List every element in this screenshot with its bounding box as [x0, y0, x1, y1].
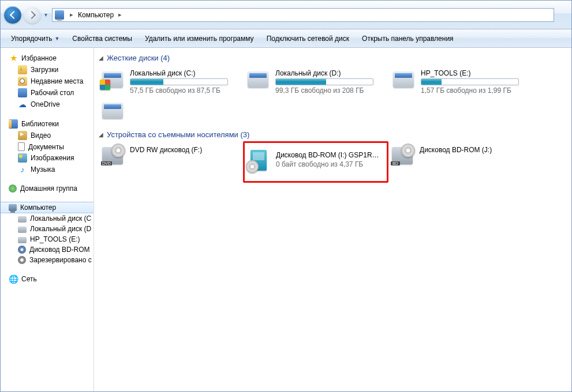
sidebar-item-drive[interactable]: Дисковод BD-ROM: [1, 244, 94, 255]
nav-computer-header[interactable]: Компьютер: [1, 202, 94, 213]
sidebar-item-drive[interactable]: HP_TOOLS (E:): [1, 234, 94, 244]
drive-name: Дисковод BD-ROM (I:) GSP1RMCULXFRER_RU_D…: [276, 151, 383, 159]
mapdrive-label: Подключить сетевой диск: [267, 35, 349, 43]
sidebar-item-library[interactable]: Видео: [1, 130, 94, 141]
nav-libraries-header[interactable]: Библиотеки: [1, 118, 94, 130]
optical-drive-icon: [102, 145, 125, 165]
optical-drive-icon: [248, 150, 271, 171]
sidebar-item-library[interactable]: Документы: [1, 141, 94, 152]
nav-homegroup-header[interactable]: Домашняя группа: [1, 183, 94, 194]
content-pane: ◢ Жесткие диски (4) Локальный диск (C:) …: [94, 48, 571, 391]
music-icon: ♪: [18, 165, 27, 174]
recent-icon: [18, 77, 27, 86]
nav-favorites-header[interactable]: ★ Избранное: [1, 52, 94, 64]
sidebar-item-drive[interactable]: Зарезервировано с: [1, 255, 94, 265]
nav-homegroup-group: Домашняя группа: [1, 183, 94, 194]
drive-capacity-bar: [421, 78, 519, 85]
breadcrumb-computer[interactable]: Компьютер: [76, 11, 116, 19]
sidebar-item-favorite[interactable]: ☁ OneDrive: [1, 99, 94, 110]
sidebar-item-drive[interactable]: Локальный диск (C: [1, 213, 94, 224]
drive-free-space: 1,57 ГБ свободно из 1,99 ГБ: [421, 86, 532, 95]
drive-item[interactable]: HP_TOOLS (E:) 1,57 ГБ свободно из 1,99 Г…: [390, 66, 535, 97]
hard-drives-header[interactable]: ◢ Жесткие диски (4): [96, 52, 569, 66]
drive-info: Дисковод BD-ROM (J:): [420, 145, 530, 155]
collapse-icon: ◢: [99, 131, 103, 138]
breadcrumb-sep-icon[interactable]: ▸: [68, 11, 76, 18]
drive-item-extra[interactable]: [99, 97, 244, 122]
removable-header[interactable]: ◢ Устройства со съемными носителями (3): [96, 129, 569, 142]
drive-item[interactable]: Локальный диск (C:) 57,5 ГБ свободно из …: [99, 66, 244, 97]
organize-button[interactable]: Упорядочить▼: [5, 32, 65, 45]
sidebar-item-library[interactable]: ♪ Музыка: [1, 164, 94, 175]
sidebar-item-label: Рабочий стол: [31, 89, 74, 97]
map-network-drive-button[interactable]: Подключить сетевой диск: [261, 32, 355, 45]
hard-drive-icon: [102, 68, 125, 89]
drive-item[interactable]: Дисковод BD-ROM (I:) GSP1RMCULXFRER_RU_D…: [243, 141, 388, 183]
vid-icon: [18, 131, 27, 140]
drive-free-space: 99,3 ГБ свободно из 208 ГБ: [275, 86, 386, 95]
system-properties-button[interactable]: Свойства системы: [66, 32, 138, 45]
drive-info: Локальный диск (C:) 57,5 ГБ свободно из …: [130, 68, 241, 95]
sidebar-item-favorite[interactable]: Загрузки: [1, 64, 94, 76]
nav-history-dropdown[interactable]: ▾: [44, 12, 47, 18]
nav-back-button[interactable]: [4, 6, 21, 24]
hard-drive-icon: [102, 99, 125, 120]
sidebar-item-label: OneDrive: [31, 100, 60, 108]
nav-favorites-group: ★ Избранное Загрузки Недавние места Рабо…: [1, 52, 94, 110]
sidebar-item-label: Локальный диск (D: [30, 225, 91, 233]
collapse-icon: ◢: [99, 55, 103, 61]
libraries-label: Библиотеки: [21, 120, 59, 128]
drive-name: HP_TOOLS (E:): [421, 69, 532, 77]
cpanel-label: Открыть панель управления: [362, 35, 454, 43]
hdd-icon: [18, 227, 27, 233]
hard-drive-icon: [248, 68, 271, 89]
hdd-icon: [18, 237, 27, 243]
nav-network-header[interactable]: 🌐 Сеть: [1, 273, 94, 285]
arrow-left-icon: [9, 10, 17, 18]
sysprops-label: Свойства системы: [72, 35, 132, 43]
drive-item[interactable]: DVD RW дисковод (F:): [99, 142, 244, 183]
sidebar-item-label: Зарезервировано с: [29, 256, 92, 264]
sidebar-item-drive[interactable]: Локальный диск (D: [1, 224, 94, 234]
drive-free-space: 0 байт свободно из 4,37 ГБ: [276, 160, 383, 168]
drive-capacity-bar: [130, 78, 228, 85]
removable-title: Устройства со съемными носителями (3): [107, 130, 249, 139]
drive-info: Локальный диск (D:) 99,3 ГБ свободно из …: [275, 68, 386, 95]
drive-item[interactable]: Локальный диск (D:) 99,3 ГБ свободно из …: [244, 66, 390, 97]
address-bar[interactable]: ▸ Компьютер ▸: [52, 8, 554, 22]
doc-icon: [18, 142, 25, 151]
dl-icon: [18, 65, 27, 74]
breadcrumb-sep-icon[interactable]: ▸: [116, 11, 124, 18]
sidebar-item-favorite[interactable]: Рабочий стол: [1, 87, 94, 99]
reserved-icon: [18, 256, 26, 264]
drive-item[interactable]: Дисковод BD-ROM (J:): [388, 142, 534, 183]
navigation-pane: ★ Избранное Загрузки Недавние места Рабо…: [1, 48, 94, 391]
cloud-icon: ☁: [18, 100, 27, 109]
uninstall-program-button[interactable]: Удалить или изменить программу: [139, 32, 260, 45]
nav-forward-button[interactable]: [24, 6, 41, 24]
sidebar-item-label: HP_TOOLS (E:): [30, 235, 80, 243]
hard-drive-icon: [393, 68, 416, 89]
drive-info: HP_TOOLS (E:) 1,57 ГБ свободно из 1,99 Г…: [421, 68, 532, 95]
sidebar-item-label: Документы: [28, 143, 64, 151]
sidebar-item-label: Недавние места: [31, 77, 83, 85]
optical-drive-icon: [392, 145, 415, 165]
sidebar-item-label: Загрузки: [31, 66, 58, 74]
nav-network-group: 🌐 Сеть: [1, 273, 94, 285]
libraries-icon: [9, 119, 18, 129]
sidebar-item-library[interactable]: Изображения: [1, 152, 94, 164]
title-bar: ▾ ▸ Компьютер ▸: [1, 1, 571, 29]
sidebar-item-favorite[interactable]: Недавние места: [1, 76, 94, 87]
computer-icon: [9, 204, 17, 211]
control-panel-button[interactable]: Открыть панель управления: [356, 32, 459, 45]
uninstall-label: Удалить или изменить программу: [145, 35, 254, 43]
homegroup-icon: [9, 184, 17, 193]
nav-computer-group: Компьютер Локальный диск (C Локальный ди…: [1, 202, 94, 265]
hard-drives-section: ◢ Жесткие диски (4) Локальный диск (C:) …: [96, 52, 569, 122]
drive-name: DVD RW дисковод (F:): [130, 146, 241, 154]
network-icon: 🌐: [9, 274, 18, 284]
hdd-icon: [18, 216, 27, 223]
sidebar-item-label: Изображения: [31, 154, 74, 162]
sidebar-item-label: Дисковод BD-ROM: [29, 246, 90, 254]
computer-icon: [55, 10, 64, 20]
